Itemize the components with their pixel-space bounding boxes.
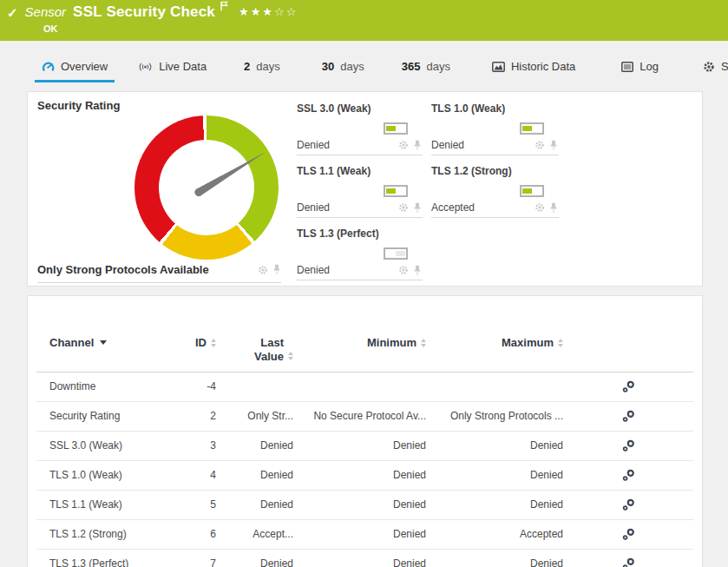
tab-2-days[interactable]: 2 days	[237, 54, 287, 80]
pin-icon[interactable]	[413, 265, 422, 276]
tab-label: Historic Data	[511, 60, 575, 73]
tile-indicator-bar	[384, 185, 408, 197]
channel-settings-gears-icon[interactable]	[622, 557, 635, 567]
cell-minimum: No Secure Protocol Av...	[293, 410, 426, 422]
tile-value: Denied	[297, 264, 330, 276]
pin-icon[interactable]	[549, 202, 558, 214]
protocol-tile: TLS 1.0 (Weak) Denied	[431, 102, 559, 155]
gauge-title: Security Rating	[37, 99, 120, 112]
cell-last-value: Denied	[216, 498, 293, 511]
channel-settings-gears-icon[interactable]	[622, 439, 635, 452]
column-header-maximum[interactable]: Maximum	[426, 336, 563, 349]
cell-last-value: Only Str...	[216, 410, 293, 422]
cell-id: 4	[188, 469, 216, 481]
channel-settings-gears-icon[interactable]	[622, 528, 635, 541]
channel-gear-icon[interactable]	[535, 202, 545, 213]
tab-unit: days	[256, 60, 279, 73]
table-row[interactable]: Security Rating 2 Only Str... No Secure …	[36, 402, 693, 432]
tab-historic-data[interactable]: Historic Data	[485, 54, 582, 80]
cell-channel: Downtime	[49, 380, 188, 392]
pin-icon[interactable]	[272, 264, 281, 275]
tile-title: TLS 1.1 (Weak)	[297, 165, 423, 177]
cell-maximum: Only Strong Protocols ...	[426, 410, 563, 422]
channel-gear-icon[interactable]	[535, 140, 545, 150]
flag-icon[interactable]	[220, 1, 228, 11]
cell-maximum: Denied	[426, 469, 563, 481]
cell-id: 5	[188, 498, 216, 511]
tab-30-days[interactable]: 30 days	[315, 54, 371, 80]
status-badge: OK	[43, 23, 58, 34]
channels-table: Channel ID Last Value Minimum Maximum Do…	[36, 296, 693, 567]
column-header-channel[interactable]: Channel	[49, 336, 188, 349]
gauge-needle	[134, 115, 279, 260]
sensor-title: SSL Security Check	[73, 3, 215, 21]
channel-settings-gears-icon[interactable]	[622, 410, 635, 423]
tile-indicator-bar	[520, 122, 544, 135]
overview-gauge-panel: Security Rating Only Strong Protocols Av…	[27, 91, 703, 287]
column-header-last-value[interactable]: Last Value	[216, 336, 293, 365]
column-header-minimum[interactable]: Minimum	[293, 336, 426, 349]
tab-live-data[interactable]: Live Data	[131, 54, 213, 80]
tile-value: Accepted	[431, 201, 475, 214]
tab-label: Log	[639, 60, 659, 73]
tile-indicator-bar	[384, 122, 408, 135]
cell-id: 3	[188, 439, 216, 452]
tab-overview[interactable]: Overview	[35, 54, 115, 82]
tab-unit: days	[426, 60, 449, 73]
table-row[interactable]: Downtime -4	[36, 373, 693, 402]
cell-minimum: Denied	[293, 498, 426, 511]
sort-icon	[288, 352, 293, 360]
channel-settings-gears-icon[interactable]	[622, 380, 635, 393]
tab-bar: Overview Live Data 2 days 30 days 365 da…	[0, 54, 728, 83]
tab-settings[interactable]: Settings	[696, 54, 728, 80]
table-row[interactable]: TLS 1.3 (Perfect) 7 Denied Denied Denied	[36, 550, 693, 567]
protocol-tiles: SSL 3.0 (Weak) Denied TLS	[297, 102, 559, 280]
cell-channel: TLS 1.3 (Perfect)	[49, 557, 188, 567]
tab-number: 365	[402, 60, 421, 73]
tile-indicator-fill	[386, 126, 396, 131]
channel-settings-gears-icon[interactable]	[622, 498, 635, 511]
protocol-tile: SSL 3.0 (Weak) Denied	[297, 102, 423, 155]
cell-id: 6	[188, 528, 216, 540]
channel-gear-icon[interactable]	[398, 265, 409, 275]
channel-gear-icon[interactable]	[258, 265, 268, 275]
table-row[interactable]: TLS 1.2 (Strong) 6 Accept... Denied Acce…	[36, 520, 693, 550]
cell-last-value: Accept...	[216, 528, 293, 540]
channels-table-panel: Channel ID Last Value Minimum Maximum Do…	[27, 295, 703, 567]
tab-log[interactable]: Log	[614, 54, 666, 80]
tile-indicator-fill	[522, 126, 532, 131]
column-header-id[interactable]: ID	[188, 336, 216, 349]
tile-indicator-fill	[386, 188, 396, 194]
protocol-tile: TLS 1.2 (Strong) Accepted	[431, 165, 559, 218]
pin-icon[interactable]	[549, 140, 558, 151]
cell-channel: TLS 1.1 (Weak)	[49, 498, 188, 511]
tile-value: Denied	[431, 139, 464, 151]
area-chart-icon	[492, 62, 505, 72]
cell-last-value: Denied	[216, 469, 293, 481]
tile-indicator-bar	[520, 185, 544, 197]
cell-last-value: Denied	[216, 439, 293, 452]
pin-icon[interactable]	[413, 202, 422, 214]
cell-last-value: Denied	[216, 557, 293, 567]
table-header-row: Channel ID Last Value Minimum Maximum	[36, 296, 693, 373]
priority-stars[interactable]: ★★★☆☆	[239, 5, 298, 18]
cell-minimum: Denied	[293, 439, 426, 452]
channel-gear-icon[interactable]	[398, 202, 409, 213]
tab-365-days[interactable]: 365 days	[395, 54, 457, 80]
channel-gear-icon[interactable]	[398, 140, 409, 150]
cell-maximum: Accepted	[426, 528, 563, 540]
cell-maximum: Denied	[426, 439, 563, 452]
pin-icon[interactable]	[413, 140, 422, 151]
cell-id: 2	[188, 410, 216, 422]
tab-label: Live Data	[159, 60, 207, 73]
table-row[interactable]: TLS 1.1 (Weak) 5 Denied Denied Denied	[36, 491, 693, 520]
table-row[interactable]: SSL 3.0 (Weak) 3 Denied Denied Denied	[36, 432, 693, 461]
tile-value: Denied	[297, 201, 330, 214]
cell-minimum: Denied	[293, 557, 426, 567]
cell-maximum: Denied	[426, 557, 563, 567]
cell-channel: TLS 1.0 (Weak)	[49, 469, 188, 481]
channel-settings-gears-icon[interactable]	[622, 469, 635, 482]
table-body: Downtime -4 Security Rating 2 Only Str..…	[36, 373, 693, 567]
table-row[interactable]: TLS 1.0 (Weak) 4 Denied Denied Denied	[36, 461, 693, 491]
cell-channel: TLS 1.2 (Strong)	[49, 528, 188, 540]
